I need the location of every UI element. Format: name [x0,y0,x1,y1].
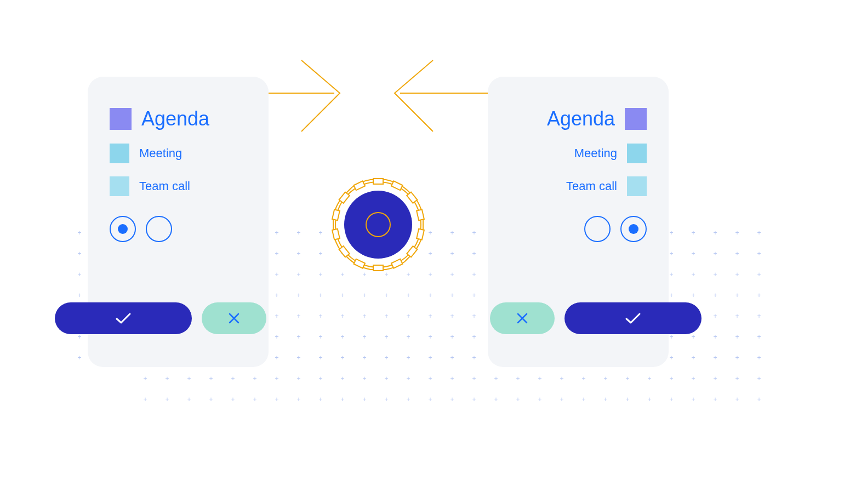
radio-group [510,216,647,242]
card-title: Agenda [547,107,615,130]
card-right: Agenda Meeting Team call [488,77,669,367]
gear-icon [329,175,427,274]
radio-option-1[interactable] [110,216,136,242]
list-item: Team call [510,176,647,196]
close-icon [228,312,240,324]
swatch-purple [110,108,132,130]
confirm-button[interactable] [55,302,192,334]
title-row: Agenda [110,107,247,130]
svg-rect-10 [373,265,383,271]
button-row [55,302,266,334]
svg-rect-3 [373,179,383,184]
confirm-button[interactable] [564,302,702,334]
swatch-lightblue [627,176,647,196]
title-row: Agenda [510,107,647,130]
radio-group [110,216,247,242]
radio-option-2[interactable] [620,216,647,242]
radio-option-2[interactable] [146,216,172,242]
swatch-cyan [627,144,647,163]
close-icon [516,312,528,324]
diagram-canvas: ++++++++++++++++++++++++++++++++++++++++… [0,0,844,504]
list-item: Meeting [110,144,247,163]
card-title: Agenda [141,107,209,130]
check-icon [625,312,641,325]
list-item: Meeting [510,144,647,163]
list-item: Team call [110,176,247,196]
swatch-purple [625,108,647,130]
svg-point-17 [344,191,412,259]
item-label: Meeting [574,146,617,161]
swatch-lightblue [110,176,129,196]
item-label: Team call [139,179,190,193]
radio-option-1[interactable] [584,216,611,242]
button-row [490,302,702,334]
swatch-cyan [110,144,129,163]
card-left: Agenda Meeting Team call [88,77,269,367]
cancel-button[interactable] [490,302,555,334]
cancel-button[interactable] [202,302,266,334]
check-icon [115,312,132,325]
item-label: Meeting [139,146,182,161]
item-label: Team call [566,179,617,193]
